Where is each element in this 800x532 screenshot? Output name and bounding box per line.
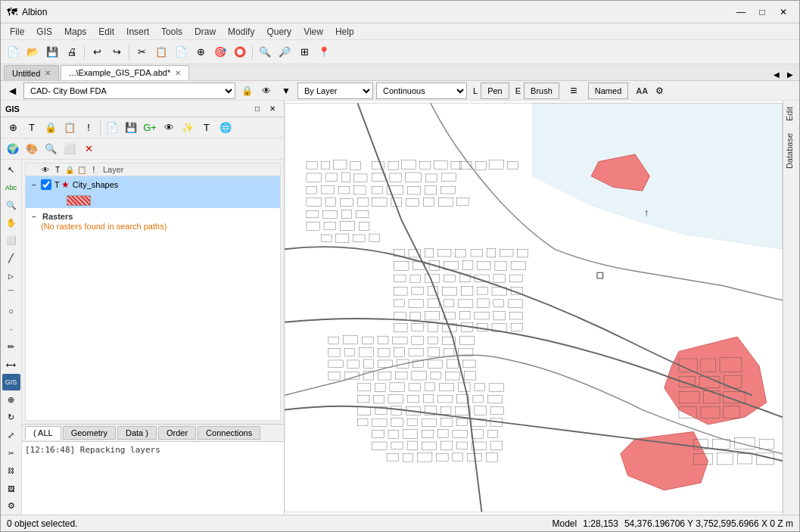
gis-r2-2[interactable]: 🎨 xyxy=(23,140,41,158)
vtb-cursor[interactable]: ↖ xyxy=(2,161,20,178)
panel-close-button[interactable]: ✕ xyxy=(266,102,279,116)
redo-button[interactable]: ↪ xyxy=(107,43,126,61)
vtb-pan[interactable]: ✋ xyxy=(2,214,20,231)
vtb-circle[interactable]: ○ xyxy=(2,303,20,319)
lineweight-button[interactable]: ≡ xyxy=(562,82,585,99)
layer-type-select[interactable]: By Layer xyxy=(297,82,373,99)
vtb-point[interactable]: · xyxy=(2,321,20,338)
zoom-out-button[interactable]: 🔎 xyxy=(275,43,294,61)
tab-untitled-close[interactable]: ✕ xyxy=(45,69,51,77)
gis-tool-2[interactable]: T xyxy=(23,119,41,137)
gis-r2-1[interactable]: 🌍 xyxy=(4,140,22,158)
cut-button[interactable]: ✂ xyxy=(132,43,151,61)
panel-float-button[interactable]: □ xyxy=(251,102,264,116)
zoom-in-button[interactable]: 🔍 xyxy=(256,43,274,61)
brush-button[interactable]: Brush xyxy=(524,82,559,99)
new-button[interactable]: 📄 xyxy=(4,43,22,61)
save-button[interactable]: 💾 xyxy=(43,43,61,61)
menu-gis[interactable]: GIS xyxy=(30,25,58,39)
rasters-expand[interactable]: − xyxy=(29,211,39,222)
tab-prev-button[interactable]: ◀ xyxy=(770,68,783,80)
vtb-move[interactable]: ⤢ xyxy=(2,427,20,443)
open-button[interactable]: 📂 xyxy=(23,43,42,61)
gis-tool-5[interactable]: ! xyxy=(79,119,98,137)
gis-tool-plus[interactable]: G+ xyxy=(141,119,159,137)
gis-r2-3[interactable]: 🔍 xyxy=(42,140,60,158)
vtb-line[interactable]: ╱ xyxy=(2,250,20,266)
menu-insert[interactable]: Insert xyxy=(120,25,155,39)
gis-r2-4[interactable]: ⬜ xyxy=(61,140,79,158)
layer-expand-city-shapes[interactable]: − xyxy=(29,179,39,190)
map-area[interactable]: ↑ xyxy=(285,101,783,515)
vtb-text[interactable]: Abc xyxy=(2,179,20,195)
tab-order[interactable]: Order xyxy=(158,426,196,440)
tab-untitled[interactable]: Untitled ✕ xyxy=(4,65,59,80)
layer-sub-row-city-shapes[interactable] xyxy=(26,193,280,208)
vtb-settings[interactable]: ⚙ xyxy=(2,498,20,515)
right-tab-database[interactable]: Database xyxy=(783,127,800,175)
tab-geometry[interactable]: Geometry xyxy=(63,426,116,440)
menu-view[interactable]: View xyxy=(297,25,329,39)
vtb-pencil[interactable]: ✏ xyxy=(2,338,20,355)
vtb-info[interactable]: GIS xyxy=(2,374,20,390)
vtb-symbol[interactable]: ⊕ xyxy=(2,391,20,408)
tab-all[interactable]: ( ALL xyxy=(25,426,61,440)
vtb-photo[interactable]: 🖼 xyxy=(2,480,20,496)
paste-button[interactable]: 📄 xyxy=(172,43,190,61)
right-tab-edit[interactable]: Edit xyxy=(783,101,800,127)
gis-tool-save[interactable]: 💾 xyxy=(122,119,140,137)
gis-tool-3[interactable]: 🔒 xyxy=(42,119,60,137)
layer-select[interactable]: CAD- City Bowl FDA xyxy=(23,82,235,99)
gis-tool-new[interactable]: 📄 xyxy=(103,119,121,137)
gis-r2-5[interactable]: ✕ xyxy=(79,140,98,158)
gis-tool-globe[interactable]: 🌐 xyxy=(216,119,235,137)
menu-help[interactable]: Help xyxy=(329,25,360,39)
gis-tool-4[interactable]: 📋 xyxy=(61,119,79,137)
vtb-trim[interactable]: ✂ xyxy=(2,445,20,462)
tab-next-button[interactable]: ▶ xyxy=(784,68,796,80)
gis-tool-sun[interactable]: ✨ xyxy=(179,119,197,137)
maximize-button[interactable]: □ xyxy=(752,5,772,20)
layer-visible-button[interactable]: 👁 xyxy=(258,82,275,99)
layer-check-city-shapes[interactable] xyxy=(41,179,51,190)
vtb-arc[interactable]: ⌒ xyxy=(2,285,20,302)
menu-query[interactable]: Query xyxy=(260,25,297,39)
linetype-select[interactable]: Continuous xyxy=(376,82,467,99)
menu-tools[interactable]: Tools xyxy=(155,25,188,39)
zoom-extent-button[interactable]: ⊞ xyxy=(295,43,313,61)
pen-button[interactable]: Pen xyxy=(481,82,509,99)
insert-button[interactable]: ⊕ xyxy=(191,43,210,61)
print-button[interactable]: 🖨 xyxy=(63,43,81,61)
vtb-rect[interactable]: ⬜ xyxy=(2,232,20,249)
vtb-rotate[interactable]: ↻ xyxy=(2,409,20,426)
layer-row-city-shapes[interactable]: − T ★ City_shapes xyxy=(26,176,280,193)
tab-connections[interactable]: Connections xyxy=(198,426,260,440)
menu-draw[interactable]: Draw xyxy=(188,25,222,39)
gis-tool-1[interactable]: ⊕ xyxy=(4,119,22,137)
layer-next-button[interactable]: ▼ xyxy=(278,82,294,99)
locate-button[interactable]: 📍 xyxy=(315,43,333,61)
tab-example[interactable]: ...\Example_GIS_FDA.abd* ✕ xyxy=(61,65,189,80)
menu-maps[interactable]: Maps xyxy=(58,25,92,39)
vtb-poly[interactable]: ▷ xyxy=(2,267,20,284)
copy-button[interactable]: 📋 xyxy=(152,43,170,61)
layer-prev-button[interactable]: ◀ xyxy=(4,82,20,99)
vtb-zoom[interactable]: 🔍 xyxy=(2,197,20,213)
menu-edit[interactable]: Edit xyxy=(92,25,120,39)
text-style-button[interactable]: ⚙ xyxy=(651,82,668,99)
circle-button[interactable]: ⭕ xyxy=(231,43,249,61)
menu-file[interactable]: File xyxy=(4,25,30,39)
named-button[interactable]: Named xyxy=(588,82,628,99)
gis-tool-t[interactable]: T xyxy=(198,119,216,137)
target-button[interactable]: 🎯 xyxy=(211,43,229,61)
menu-modify[interactable]: Modify xyxy=(222,25,260,39)
close-button[interactable]: ✕ xyxy=(774,5,793,20)
minimize-button[interactable]: — xyxy=(731,5,751,20)
gis-tool-eye[interactable]: 👁 xyxy=(160,119,178,137)
tab-data[interactable]: Data ) xyxy=(117,426,157,440)
tab-example-close[interactable]: ✕ xyxy=(175,69,181,77)
undo-button[interactable]: ↩ xyxy=(88,43,106,61)
vtb-link[interactable]: ⛓ xyxy=(2,462,20,479)
layer-lock-button[interactable]: 🔒 xyxy=(238,82,255,99)
vtb-measure[interactable]: ⟷ xyxy=(2,356,20,372)
